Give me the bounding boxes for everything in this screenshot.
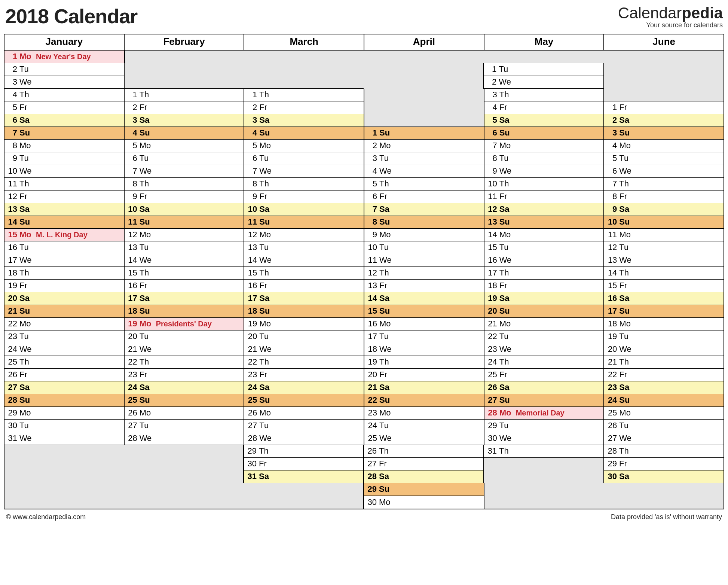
day-number: 24: [604, 395, 619, 405]
day-row: 20Sa17Sa17Sa14Sa19Sa16Sa: [4, 292, 724, 305]
day-cell: 28Sa: [363, 470, 483, 483]
day-cell: 21Sa: [364, 381, 484, 394]
day-cell: 29Mo: [4, 407, 124, 420]
footer: © www.calendarpedia.com Data provided 'a…: [4, 509, 724, 521]
day-cell: 8Su: [364, 216, 484, 229]
day-of-week: Mo: [259, 230, 276, 240]
day-cell: 27Tu: [244, 420, 364, 432]
day-row: 23Tu20Tu20Tu17Tu22Tu19Tu: [4, 330, 724, 343]
day-cell: 4Mo: [603, 140, 724, 152]
day-of-week: Fr: [259, 281, 276, 290]
day-of-week: Su: [259, 217, 276, 227]
day-of-week: Mo: [19, 319, 36, 329]
day-of-week: Su: [259, 128, 276, 138]
day-row: 25Th22Th22Th19Th24Th21Th: [4, 356, 724, 369]
day-number: 29: [604, 459, 619, 469]
day-cell: 26Tu: [603, 420, 724, 432]
day-of-week: Mo: [19, 408, 36, 418]
day-number: 31: [244, 472, 259, 481]
day-cell: 25Fr: [484, 369, 604, 381]
day-cell: 6We: [603, 165, 724, 178]
day-number: 29: [4, 408, 19, 418]
day-of-week: Sa: [619, 115, 636, 125]
blank-cell: [604, 496, 724, 509]
day-row: 1MoNew Year's Day: [4, 51, 724, 63]
day-number: 21: [4, 306, 19, 316]
day-cell: 27Su: [484, 394, 604, 407]
day-row: 30Mo: [4, 496, 724, 509]
day-of-week: Sa: [259, 472, 275, 481]
day-number: 14: [4, 217, 19, 227]
day-cell: 19MoPresidents' Day: [124, 318, 244, 330]
month-header: February: [124, 34, 244, 51]
day-cell: 11Th: [4, 178, 124, 191]
brand-name-a: Calendar: [618, 4, 682, 22]
day-cell: 8Mo: [4, 140, 124, 152]
day-of-week: Mo: [379, 230, 396, 240]
day-of-week: Su: [619, 306, 636, 316]
day-row: 3We2We: [4, 76, 724, 89]
day-of-week: Fr: [19, 192, 36, 201]
day-cell: 2Mo: [364, 140, 484, 152]
day-number: 8: [484, 153, 499, 163]
day-of-week: Mo: [619, 141, 636, 150]
day-cell: 23We: [484, 343, 604, 356]
day-cell: 26Th: [363, 445, 483, 458]
day-cell: 3Sa: [124, 114, 244, 127]
day-number: 22: [4, 319, 19, 329]
day-number: 2: [4, 64, 19, 74]
day-number: 5: [4, 103, 19, 112]
day-of-week: Sa: [140, 293, 156, 303]
day-number: 23: [604, 383, 619, 392]
blank-cell: [604, 51, 724, 63]
day-cell: 25We: [364, 432, 484, 445]
day-of-week: Th: [619, 268, 636, 278]
day-of-week: Tu: [19, 64, 36, 74]
day-number: 31: [4, 433, 19, 443]
day-of-week: Sa: [259, 293, 276, 303]
day-number: 25: [364, 433, 379, 443]
day-number: 8: [244, 179, 259, 189]
day-cell: 16Fr: [244, 280, 364, 292]
day-of-week: Sa: [379, 293, 396, 303]
day-cell: 1Su: [364, 127, 484, 140]
day-number: 11: [604, 230, 619, 240]
day-cell: 6Tu: [244, 152, 364, 165]
day-cell: 21We: [244, 343, 364, 356]
blank-cell: [4, 470, 124, 483]
day-of-week: We: [619, 166, 636, 176]
day-of-week: Fr: [619, 192, 636, 201]
day-number: 27: [364, 459, 379, 469]
day-row: 17We14We14We11We16We13We: [4, 254, 724, 267]
day-cell: 5Mo: [124, 140, 244, 152]
day-cell: 13We: [603, 254, 724, 267]
day-number: 25: [125, 395, 140, 405]
day-number: 1: [244, 90, 259, 100]
day-of-week: Tu: [259, 332, 276, 341]
day-number: 5: [244, 141, 259, 150]
day-row: 4Th1Th1Th3Th: [4, 89, 724, 101]
day-cell: 13Sa: [4, 203, 124, 216]
day-number: 18: [125, 306, 140, 316]
day-of-week: Sa: [619, 383, 636, 392]
day-row: 6Sa3Sa3Sa5Sa2Sa: [4, 114, 724, 127]
day-cell: 19Mo: [244, 318, 364, 330]
day-number: 8: [125, 179, 140, 189]
day-cell: 14Su: [4, 216, 124, 229]
day-cell: 3Sa: [244, 114, 364, 127]
day-number: 7: [4, 128, 19, 138]
day-number: 17: [125, 293, 140, 303]
day-of-week: Su: [19, 306, 36, 316]
day-number: 27: [125, 421, 140, 430]
day-cell: 26Fr: [4, 369, 124, 381]
day-row: 16Tu13Tu13Tu10Tu15Tu12Tu: [4, 241, 724, 254]
day-row: 7Su4Su4Su1Su6Su3Su: [4, 127, 724, 140]
day-cell: 16Fr: [124, 280, 244, 292]
day-number: 20: [4, 293, 19, 303]
blank-cell: [124, 458, 243, 470]
day-number: 24: [364, 421, 379, 430]
day-number: 9: [364, 230, 379, 240]
day-of-week: Mo: [619, 408, 636, 418]
day-cell: 27We: [603, 432, 724, 445]
month-header: May: [484, 34, 604, 51]
